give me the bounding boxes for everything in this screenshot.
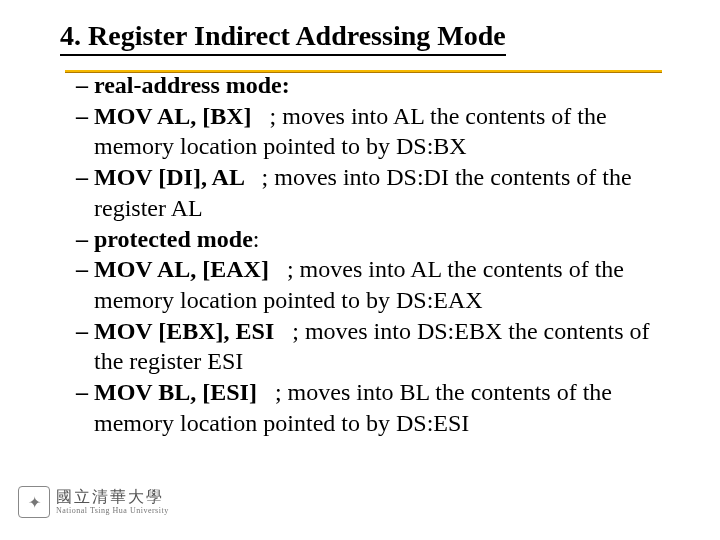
bullet-dash: –: [76, 379, 94, 405]
bullet-item: – MOV BL, [ESI] ; moves into BL the cont…: [60, 377, 680, 438]
bullet-dash: –: [76, 256, 94, 282]
slide-title: 4. Register Indirect Addressing Mode: [60, 20, 506, 56]
bullet-dash: –: [76, 72, 94, 98]
bullet-bold: MOV [DI], AL: [94, 164, 250, 190]
slide-body: – real-address mode: – MOV AL, [BX] ; mo…: [60, 70, 680, 439]
bullet-dash: –: [76, 103, 94, 129]
slide: 4. Register Indirect Addressing Mode – r…: [0, 0, 720, 540]
university-name: 國立清華大學 National Tsing Hua University: [56, 489, 169, 515]
bullet-dash: –: [76, 226, 94, 252]
university-emblem-icon: ✦: [18, 486, 50, 518]
bullet-dash: –: [76, 318, 94, 344]
bullet-item: – protected mode:: [60, 224, 680, 255]
bullet-bold: MOV [EBX], ESI: [94, 318, 280, 344]
bullet-dash: –: [76, 164, 94, 190]
bullet-item: – MOV [DI], AL ; moves into DS:DI the co…: [60, 162, 680, 223]
university-name-en: National Tsing Hua University: [56, 507, 169, 515]
bullet-item: – MOV AL, [BX] ; moves into AL the conte…: [60, 101, 680, 162]
bullet-item: – real-address mode:: [60, 70, 680, 101]
bullet-bold: MOV AL, [EAX]: [94, 256, 275, 282]
university-name-zh: 國立清華大學: [56, 489, 169, 505]
bullet-rest: :: [253, 226, 260, 252]
bullet-bold: protected mode: [94, 226, 253, 252]
footer-logo: ✦ 國立清華大學 National Tsing Hua University: [18, 486, 169, 518]
bullet-bold: real-address mode:: [94, 72, 290, 98]
bullet-item: – MOV AL, [EAX] ; moves into AL the cont…: [60, 254, 680, 315]
bullet-item: – MOV [EBX], ESI ; moves into DS:EBX the…: [60, 316, 680, 377]
bullet-bold: MOV AL, [BX]: [94, 103, 258, 129]
bullet-bold: MOV BL, [ESI]: [94, 379, 263, 405]
